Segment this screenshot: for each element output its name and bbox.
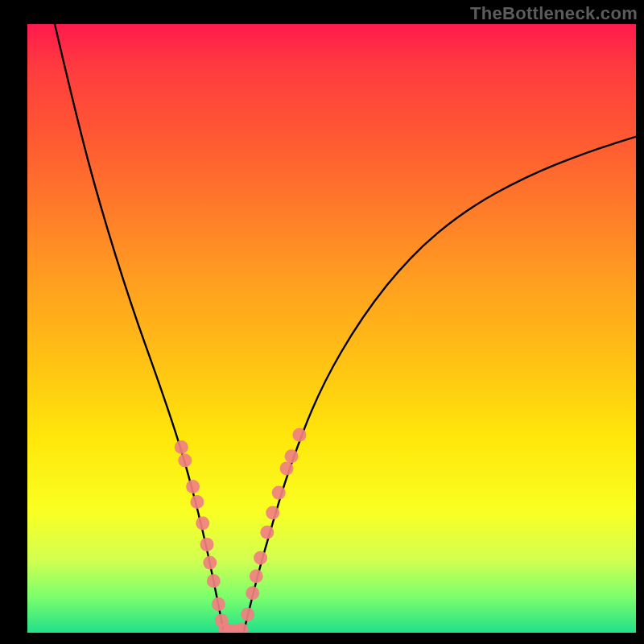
series-left-curve [55, 24, 224, 633]
dot-right-dots [272, 486, 286, 500]
dot-left-dots [175, 440, 188, 454]
dot-left-dots [196, 516, 209, 530]
chart-svg [27, 24, 636, 633]
dot-right-dots [260, 526, 274, 539]
dot-right-dots [241, 608, 254, 621]
chart-frame: TheBottleneck.com [0, 0, 644, 644]
dot-left-dots [200, 538, 214, 551]
dot-left-dots [207, 574, 221, 588]
dot-left-dots [178, 454, 192, 468]
dot-right-dots [285, 449, 299, 463]
dot-right-dots [292, 428, 306, 442]
series-right-curve [243, 137, 636, 633]
watermark-label: TheBottleneck.com [470, 3, 638, 24]
series-group [55, 24, 636, 633]
plot-area [27, 24, 636, 633]
dot-left-dots [190, 495, 204, 509]
dot-right-dots [246, 586, 259, 600]
dot-left-dots [186, 480, 200, 493]
dot-right-dots [254, 551, 267, 565]
dot-right-dots [250, 569, 263, 583]
dot-right-dots [280, 461, 294, 475]
dot-left-dots [212, 597, 225, 611]
dot-right-dots [266, 506, 279, 520]
scatter-group [175, 428, 307, 633]
dot-left-dots [203, 556, 217, 570]
